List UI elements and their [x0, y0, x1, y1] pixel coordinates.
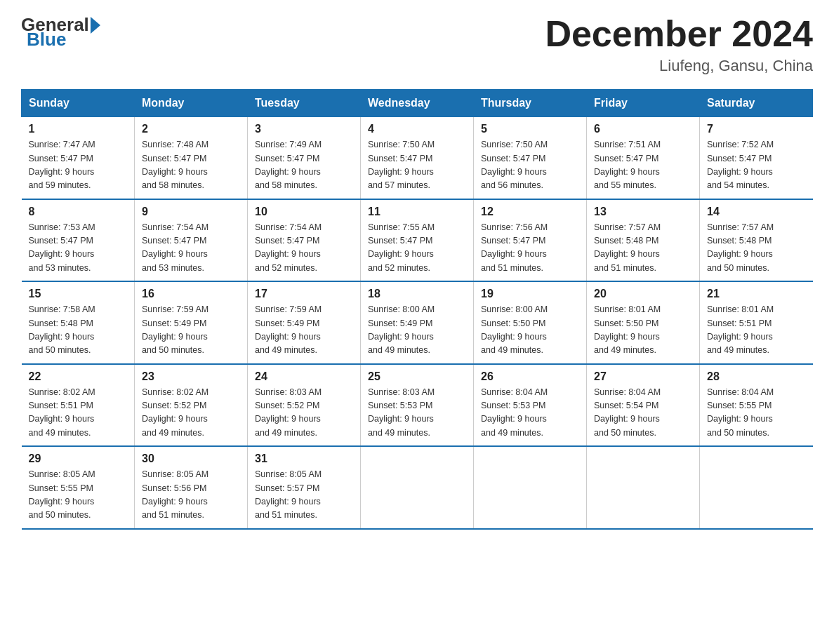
weekday-header-thursday: Thursday	[474, 90, 587, 117]
day-info: Sunrise: 7:54 AM Sunset: 5:47 PM Dayligh…	[142, 221, 240, 276]
day-number: 27	[594, 370, 692, 383]
day-info: Sunrise: 7:50 AM Sunset: 5:47 PM Dayligh…	[368, 138, 466, 193]
day-cell: 23Sunrise: 8:02 AM Sunset: 5:52 PM Dayli…	[135, 364, 248, 447]
day-number: 26	[481, 370, 579, 383]
day-info: Sunrise: 8:03 AM Sunset: 5:52 PM Dayligh…	[255, 386, 353, 441]
week-row-4: 22Sunrise: 8:02 AM Sunset: 5:51 PM Dayli…	[22, 364, 813, 447]
day-cell: 10Sunrise: 7:54 AM Sunset: 5:47 PM Dayli…	[248, 199, 361, 282]
day-number: 16	[142, 288, 240, 300]
day-info: Sunrise: 8:05 AM Sunset: 5:57 PM Dayligh…	[255, 468, 353, 523]
day-info: Sunrise: 8:05 AM Sunset: 5:55 PM Dayligh…	[29, 468, 128, 523]
week-row-2: 8Sunrise: 7:53 AM Sunset: 5:47 PM Daylig…	[22, 199, 813, 282]
day-number: 31	[255, 452, 353, 465]
day-number: 9	[142, 206, 240, 218]
day-info: Sunrise: 7:59 AM Sunset: 5:49 PM Dayligh…	[255, 303, 353, 358]
day-number: 19	[481, 288, 579, 300]
day-cell: 6Sunrise: 7:51 AM Sunset: 5:47 PM Daylig…	[587, 117, 700, 199]
day-cell: 9Sunrise: 7:54 AM Sunset: 5:47 PM Daylig…	[135, 199, 248, 282]
day-number: 28	[707, 370, 806, 383]
day-info: Sunrise: 7:47 AM Sunset: 5:47 PM Dayligh…	[29, 138, 128, 193]
day-info: Sunrise: 8:01 AM Sunset: 5:50 PM Dayligh…	[594, 303, 692, 358]
day-cell: 31Sunrise: 8:05 AM Sunset: 5:57 PM Dayli…	[248, 446, 361, 529]
day-cell: 24Sunrise: 8:03 AM Sunset: 5:52 PM Dayli…	[248, 364, 361, 447]
day-cell: 8Sunrise: 7:53 AM Sunset: 5:47 PM Daylig…	[22, 199, 135, 282]
calendar-table: SundayMondayTuesdayWednesdayThursdayFrid…	[21, 89, 813, 530]
location-text: Liufeng, Gansu, China	[545, 57, 813, 75]
day-info: Sunrise: 8:02 AM Sunset: 5:51 PM Dayligh…	[29, 386, 128, 441]
day-cell: 27Sunrise: 8:04 AM Sunset: 5:54 PM Dayli…	[587, 364, 700, 447]
day-number: 6	[594, 123, 692, 135]
day-cell: 21Sunrise: 8:01 AM Sunset: 5:51 PM Dayli…	[700, 281, 813, 364]
day-info: Sunrise: 8:03 AM Sunset: 5:53 PM Dayligh…	[368, 386, 466, 441]
day-info: Sunrise: 7:51 AM Sunset: 5:47 PM Dayligh…	[594, 138, 692, 193]
day-info: Sunrise: 8:01 AM Sunset: 5:51 PM Dayligh…	[707, 303, 806, 358]
day-info: Sunrise: 7:55 AM Sunset: 5:47 PM Dayligh…	[368, 221, 466, 276]
day-number: 10	[255, 206, 353, 218]
weekday-header-tuesday: Tuesday	[248, 90, 361, 117]
page-header: General Blue December 2024 Liufeng, Gans…	[21, 14, 813, 75]
day-info: Sunrise: 8:02 AM Sunset: 5:52 PM Dayligh…	[142, 386, 240, 441]
day-number: 12	[481, 206, 579, 218]
day-number: 18	[368, 288, 466, 300]
day-cell: 1Sunrise: 7:47 AM Sunset: 5:47 PM Daylig…	[22, 117, 135, 199]
day-number: 24	[255, 370, 353, 383]
day-cell: 2Sunrise: 7:48 AM Sunset: 5:47 PM Daylig…	[135, 117, 248, 199]
day-info: Sunrise: 8:04 AM Sunset: 5:54 PM Dayligh…	[594, 386, 692, 441]
day-number: 20	[594, 288, 692, 300]
day-number: 29	[29, 452, 128, 465]
day-number: 8	[29, 206, 128, 218]
day-cell: 3Sunrise: 7:49 AM Sunset: 5:47 PM Daylig…	[248, 117, 361, 199]
weekday-header-wednesday: Wednesday	[361, 90, 474, 117]
day-info: Sunrise: 7:53 AM Sunset: 5:47 PM Dayligh…	[29, 221, 128, 276]
day-cell	[700, 446, 813, 529]
day-cell: 26Sunrise: 8:04 AM Sunset: 5:53 PM Dayli…	[474, 364, 587, 447]
day-number: 14	[707, 206, 806, 218]
day-info: Sunrise: 7:56 AM Sunset: 5:47 PM Dayligh…	[481, 221, 579, 276]
day-info: Sunrise: 8:00 AM Sunset: 5:50 PM Dayligh…	[481, 303, 579, 358]
day-number: 3	[255, 123, 353, 135]
day-cell: 29Sunrise: 8:05 AM Sunset: 5:55 PM Dayli…	[22, 446, 135, 529]
day-info: Sunrise: 8:04 AM Sunset: 5:53 PM Dayligh…	[481, 386, 579, 441]
day-info: Sunrise: 8:00 AM Sunset: 5:49 PM Dayligh…	[368, 303, 466, 358]
day-info: Sunrise: 7:50 AM Sunset: 5:47 PM Dayligh…	[481, 138, 579, 193]
day-cell: 11Sunrise: 7:55 AM Sunset: 5:47 PM Dayli…	[361, 199, 474, 282]
day-cell: 19Sunrise: 8:00 AM Sunset: 5:50 PM Dayli…	[474, 281, 587, 364]
day-cell: 28Sunrise: 8:04 AM Sunset: 5:55 PM Dayli…	[700, 364, 813, 447]
day-cell	[361, 446, 474, 529]
month-title: December 2024	[545, 14, 813, 54]
day-info: Sunrise: 7:48 AM Sunset: 5:47 PM Dayligh…	[142, 138, 240, 193]
day-cell: 18Sunrise: 8:00 AM Sunset: 5:49 PM Dayli…	[361, 281, 474, 364]
logo-blue-text: Blue	[24, 29, 66, 51]
title-section: December 2024 Liufeng, Gansu, China	[545, 14, 813, 75]
day-number: 30	[142, 452, 240, 465]
weekday-header-sunday: Sunday	[22, 90, 135, 117]
week-row-3: 15Sunrise: 7:58 AM Sunset: 5:48 PM Dayli…	[22, 281, 813, 364]
day-cell: 15Sunrise: 7:58 AM Sunset: 5:48 PM Dayli…	[22, 281, 135, 364]
day-number: 17	[255, 288, 353, 300]
day-number: 22	[29, 370, 128, 383]
logo: General Blue	[21, 14, 100, 51]
day-info: Sunrise: 8:05 AM Sunset: 5:56 PM Dayligh…	[142, 468, 240, 523]
day-cell: 12Sunrise: 7:56 AM Sunset: 5:47 PM Dayli…	[474, 199, 587, 282]
day-cell: 16Sunrise: 7:59 AM Sunset: 5:49 PM Dayli…	[135, 281, 248, 364]
day-info: Sunrise: 7:54 AM Sunset: 5:47 PM Dayligh…	[255, 221, 353, 276]
day-cell: 14Sunrise: 7:57 AM Sunset: 5:48 PM Dayli…	[700, 199, 813, 282]
weekday-header-saturday: Saturday	[700, 90, 813, 117]
day-cell	[474, 446, 587, 529]
day-number: 13	[594, 206, 692, 218]
day-info: Sunrise: 7:49 AM Sunset: 5:47 PM Dayligh…	[255, 138, 353, 193]
day-number: 25	[368, 370, 466, 383]
day-number: 4	[368, 123, 466, 135]
day-number: 2	[142, 123, 240, 135]
day-info: Sunrise: 7:57 AM Sunset: 5:48 PM Dayligh…	[594, 221, 692, 276]
day-info: Sunrise: 7:59 AM Sunset: 5:49 PM Dayligh…	[142, 303, 240, 358]
day-cell: 30Sunrise: 8:05 AM Sunset: 5:56 PM Dayli…	[135, 446, 248, 529]
day-cell: 5Sunrise: 7:50 AM Sunset: 5:47 PM Daylig…	[474, 117, 587, 199]
day-cell: 17Sunrise: 7:59 AM Sunset: 5:49 PM Dayli…	[248, 281, 361, 364]
day-cell: 22Sunrise: 8:02 AM Sunset: 5:51 PM Dayli…	[22, 364, 135, 447]
day-cell: 4Sunrise: 7:50 AM Sunset: 5:47 PM Daylig…	[361, 117, 474, 199]
day-number: 23	[142, 370, 240, 383]
day-info: Sunrise: 7:58 AM Sunset: 5:48 PM Dayligh…	[29, 303, 128, 358]
day-info: Sunrise: 7:52 AM Sunset: 5:47 PM Dayligh…	[707, 138, 806, 193]
weekday-header-monday: Monday	[135, 90, 248, 117]
